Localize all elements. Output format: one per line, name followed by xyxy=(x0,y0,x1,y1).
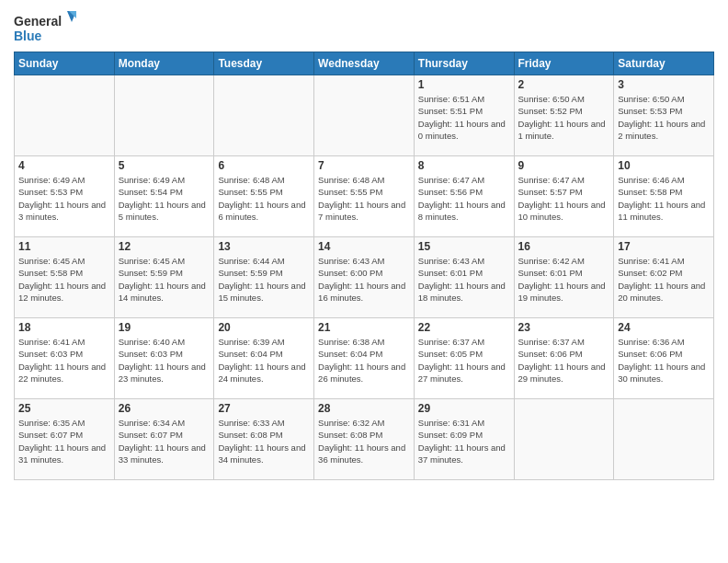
day-info: Sunrise: 6:37 AM Sunset: 6:05 PM Dayligh… xyxy=(418,336,510,385)
day-number: 10 xyxy=(618,159,710,172)
day-cell: 28Sunrise: 6:32 AM Sunset: 6:08 PM Dayli… xyxy=(314,399,415,480)
day-number: 15 xyxy=(418,240,510,253)
day-info: Sunrise: 6:51 AM Sunset: 5:51 PM Dayligh… xyxy=(418,93,510,142)
week-row-5: 25Sunrise: 6:35 AM Sunset: 6:07 PM Dayli… xyxy=(15,399,714,480)
day-info: Sunrise: 6:47 AM Sunset: 5:57 PM Dayligh… xyxy=(518,174,610,223)
day-cell: 23Sunrise: 6:37 AM Sunset: 6:06 PM Dayli… xyxy=(514,318,614,399)
day-cell: 14Sunrise: 6:43 AM Sunset: 6:00 PM Dayli… xyxy=(314,237,415,318)
day-number: 28 xyxy=(318,402,410,415)
day-cell: 19Sunrise: 6:40 AM Sunset: 6:03 PM Dayli… xyxy=(114,318,214,399)
day-number: 12 xyxy=(119,240,210,253)
day-info: Sunrise: 6:43 AM Sunset: 6:00 PM Dayligh… xyxy=(318,255,410,304)
day-number: 5 xyxy=(119,159,210,172)
day-number: 7 xyxy=(318,159,410,172)
day-number: 18 xyxy=(18,321,110,334)
day-cell xyxy=(514,399,614,480)
day-info: Sunrise: 6:33 AM Sunset: 6:08 PM Dayligh… xyxy=(218,417,310,465)
logo-svg: General Blue xyxy=(14,9,78,46)
day-cell: 2Sunrise: 6:50 AM Sunset: 5:52 PM Daylig… xyxy=(514,75,614,156)
day-info: Sunrise: 6:46 AM Sunset: 5:58 PM Dayligh… xyxy=(618,174,710,223)
day-cell: 10Sunrise: 6:46 AM Sunset: 5:58 PM Dayli… xyxy=(614,156,714,237)
day-number: 26 xyxy=(119,402,210,415)
logo: General Blue xyxy=(14,9,78,46)
day-cell xyxy=(314,75,415,156)
day-number: 29 xyxy=(418,402,510,415)
day-header-sunday: Sunday xyxy=(15,52,115,75)
day-cell xyxy=(114,75,214,156)
week-row-4: 18Sunrise: 6:41 AM Sunset: 6:03 PM Dayli… xyxy=(15,318,714,399)
day-cell: 1Sunrise: 6:51 AM Sunset: 5:51 PM Daylig… xyxy=(414,75,514,156)
day-info: Sunrise: 6:32 AM Sunset: 6:08 PM Dayligh… xyxy=(318,417,410,465)
day-info: Sunrise: 6:37 AM Sunset: 6:06 PM Dayligh… xyxy=(518,336,610,385)
day-cell: 18Sunrise: 6:41 AM Sunset: 6:03 PM Dayli… xyxy=(15,318,115,399)
day-info: Sunrise: 6:48 AM Sunset: 5:55 PM Dayligh… xyxy=(218,174,310,223)
day-number: 13 xyxy=(218,240,310,253)
day-header-tuesday: Tuesday xyxy=(214,52,314,75)
day-info: Sunrise: 6:50 AM Sunset: 5:52 PM Dayligh… xyxy=(518,93,610,142)
calendar-table: SundayMondayTuesdayWednesdayThursdayFrid… xyxy=(14,52,714,480)
day-cell xyxy=(214,75,314,156)
day-cell: 15Sunrise: 6:43 AM Sunset: 6:01 PM Dayli… xyxy=(414,237,514,318)
day-cell xyxy=(15,75,115,156)
day-header-friday: Friday xyxy=(514,52,614,75)
day-info: Sunrise: 6:39 AM Sunset: 6:04 PM Dayligh… xyxy=(218,336,310,385)
day-info: Sunrise: 6:49 AM Sunset: 5:54 PM Dayligh… xyxy=(119,174,210,223)
day-number: 25 xyxy=(18,402,110,415)
day-cell: 4Sunrise: 6:49 AM Sunset: 5:53 PM Daylig… xyxy=(15,156,115,237)
day-header-monday: Monday xyxy=(114,52,214,75)
day-header-thursday: Thursday xyxy=(414,52,514,75)
day-number: 14 xyxy=(318,240,410,253)
day-number: 9 xyxy=(518,159,610,172)
day-info: Sunrise: 6:35 AM Sunset: 6:07 PM Dayligh… xyxy=(18,417,110,465)
day-cell: 26Sunrise: 6:34 AM Sunset: 6:07 PM Dayli… xyxy=(114,399,214,480)
header: General Blue xyxy=(14,9,714,46)
day-cell: 22Sunrise: 6:37 AM Sunset: 6:05 PM Dayli… xyxy=(414,318,514,399)
day-number: 20 xyxy=(218,321,310,334)
day-info: Sunrise: 6:40 AM Sunset: 6:03 PM Dayligh… xyxy=(119,336,210,385)
day-cell: 5Sunrise: 6:49 AM Sunset: 5:54 PM Daylig… xyxy=(114,156,214,237)
day-info: Sunrise: 6:48 AM Sunset: 5:55 PM Dayligh… xyxy=(318,174,410,223)
day-cell: 12Sunrise: 6:45 AM Sunset: 5:59 PM Dayli… xyxy=(114,237,214,318)
day-number: 19 xyxy=(119,321,210,334)
day-cell: 27Sunrise: 6:33 AM Sunset: 6:08 PM Dayli… xyxy=(214,399,314,480)
day-cell: 13Sunrise: 6:44 AM Sunset: 5:59 PM Dayli… xyxy=(214,237,314,318)
day-info: Sunrise: 6:49 AM Sunset: 5:53 PM Dayligh… xyxy=(18,174,110,223)
day-info: Sunrise: 6:47 AM Sunset: 5:56 PM Dayligh… xyxy=(418,174,510,223)
day-number: 4 xyxy=(18,159,110,172)
day-info: Sunrise: 6:44 AM Sunset: 5:59 PM Dayligh… xyxy=(218,255,310,304)
day-number: 11 xyxy=(18,240,110,253)
day-number: 6 xyxy=(218,159,310,172)
day-number: 8 xyxy=(418,159,510,172)
week-row-2: 4Sunrise: 6:49 AM Sunset: 5:53 PM Daylig… xyxy=(15,156,714,237)
day-info: Sunrise: 6:45 AM Sunset: 5:58 PM Dayligh… xyxy=(18,255,110,304)
day-info: Sunrise: 6:43 AM Sunset: 6:01 PM Dayligh… xyxy=(418,255,510,304)
day-header-wednesday: Wednesday xyxy=(314,52,415,75)
day-cell: 25Sunrise: 6:35 AM Sunset: 6:07 PM Dayli… xyxy=(15,399,115,480)
day-number: 2 xyxy=(518,78,610,91)
day-info: Sunrise: 6:31 AM Sunset: 6:09 PM Dayligh… xyxy=(418,417,510,465)
day-info: Sunrise: 6:34 AM Sunset: 6:07 PM Dayligh… xyxy=(119,417,210,465)
week-row-3: 11Sunrise: 6:45 AM Sunset: 5:58 PM Dayli… xyxy=(15,237,714,318)
day-cell: 9Sunrise: 6:47 AM Sunset: 5:57 PM Daylig… xyxy=(514,156,614,237)
day-info: Sunrise: 6:36 AM Sunset: 6:06 PM Dayligh… xyxy=(618,336,710,385)
day-info: Sunrise: 6:41 AM Sunset: 6:03 PM Dayligh… xyxy=(18,336,110,385)
day-cell: 3Sunrise: 6:50 AM Sunset: 5:53 PM Daylig… xyxy=(614,75,714,156)
day-cell: 17Sunrise: 6:41 AM Sunset: 6:02 PM Dayli… xyxy=(614,237,714,318)
day-cell: 21Sunrise: 6:38 AM Sunset: 6:04 PM Dayli… xyxy=(314,318,415,399)
day-number: 22 xyxy=(418,321,510,334)
day-number: 16 xyxy=(518,240,610,253)
day-cell: 7Sunrise: 6:48 AM Sunset: 5:55 PM Daylig… xyxy=(314,156,415,237)
day-cell: 20Sunrise: 6:39 AM Sunset: 6:04 PM Dayli… xyxy=(214,318,314,399)
day-info: Sunrise: 6:38 AM Sunset: 6:04 PM Dayligh… xyxy=(318,336,410,385)
day-info: Sunrise: 6:41 AM Sunset: 6:02 PM Dayligh… xyxy=(618,255,710,304)
page: General Blue SundayMondayTuesdayWednesda… xyxy=(0,0,728,563)
day-cell: 24Sunrise: 6:36 AM Sunset: 6:06 PM Dayli… xyxy=(614,318,714,399)
svg-text:General: General xyxy=(14,14,62,29)
day-cell: 16Sunrise: 6:42 AM Sunset: 6:01 PM Dayli… xyxy=(514,237,614,318)
day-info: Sunrise: 6:45 AM Sunset: 5:59 PM Dayligh… xyxy=(119,255,210,304)
svg-text:Blue: Blue xyxy=(14,29,42,43)
day-number: 3 xyxy=(618,78,710,91)
week-row-1: 1Sunrise: 6:51 AM Sunset: 5:51 PM Daylig… xyxy=(15,75,714,156)
day-number: 24 xyxy=(618,321,710,334)
day-header-saturday: Saturday xyxy=(614,52,714,75)
